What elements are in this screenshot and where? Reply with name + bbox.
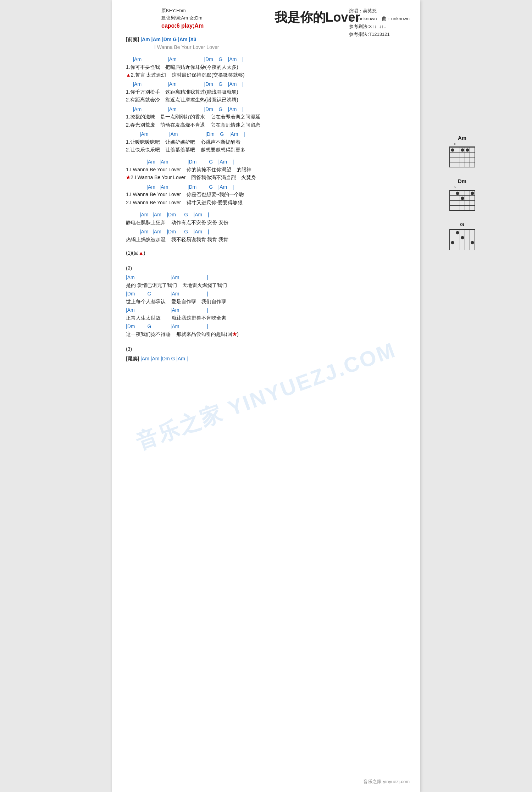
bridge-chord1: |Am |Am |Dm G |Am | [126, 211, 410, 218]
repeat-instruction: (1)(回▲) [126, 249, 410, 257]
dm-label: Dm [458, 178, 466, 184]
verse1-lyric1b: ▲2.誓言 太过迷幻 这时最好保持沉默(交换微笑就够) [126, 71, 410, 79]
am-label: Am [458, 135, 466, 141]
chorus-lyric2a: 1.I Wanna Be Your Lover 你是否也想要~我的一个吻 [126, 190, 410, 198]
verse1-chord1: |Am |Am |Dm G |Am | [126, 56, 410, 63]
dm-diagram: Dm ○ [447, 178, 477, 211]
section2-chord4: |Dm G |Am | [126, 323, 410, 330]
verse1-lyric2b: 2.有距离就会冷 靠近点让摩擦生热(潜意识已沸腾) [126, 96, 410, 104]
chord-diagrams: Am ○ [447, 135, 477, 250]
outro-chords: |Am |Am |Dm G |Am | [140, 356, 188, 361]
bridge-block: |Am |Am |Dm G |Am | 静电在肌肤上狂奔 动作有点不安份 安份 … [126, 211, 410, 243]
chorus-block: |Am |Am |Dm G |Am | 1.I Wanna Be Your Lo… [126, 159, 410, 206]
g-diagram: G [447, 221, 477, 250]
bridge-lyric1: 静电在肌肤上狂奔 动作有点不安份 安份 安份 [126, 218, 410, 226]
bridge-lyric2: 热锅上蚂蚁被加温 我不轻易说我肯 我肯 我肯 [126, 236, 410, 243]
fingering-pattern: 参考指法:T1213121 [349, 31, 410, 38]
intro-lyric: I Wanna Be Your Lover Lover [126, 43, 410, 51]
verse1-lyric3b: 2.春光别荒废 萌动在发高烧不肯退 它在意乱情迷之间留恋 [126, 121, 410, 129]
header-left: 原KEY:Ebm 建议男调:Am 女:Dm capo:6 play;Am [126, 7, 204, 29]
verse1-lyric2a: 1.你千万别松手 这距离精准我算过(能浅嘚吸就够) [126, 88, 410, 96]
section3-block: (3) [尾奏] |Am |Am |Dm G |Am | [126, 345, 410, 362]
section2-lyric4: 这一夜我们捻不得睡 那就来品尝勾引的趣味(回★) [126, 330, 410, 338]
verse1-lyric3a: 1.撩拨的滋味 是一点刚刚好的香水 它在若即若离之间漫延 [126, 113, 410, 121]
verse1-lyric4a: 1.让暖昧暖昧吧 让嫉妒嫉妒吧 心跳声不断提醒着 [126, 138, 410, 146]
section2-label: (2) [126, 264, 410, 272]
chorus-chord1: |Am |Am |Dm G |Am | [126, 159, 410, 166]
verse1-lyric1a: 1.你可不要怪我 把嘴唇贴近你耳朵(今夜的人太多) [126, 63, 410, 71]
verse1-chord4: |Am |Am |Dm G |Am | [126, 131, 410, 138]
section2-lyric2: 世上每个人都承认 爱是自作孽 我们自作孽 [126, 298, 410, 305]
am-diagram: Am ○ [447, 135, 477, 167]
verse1-lyric4b: 2.让快乐快乐吧 让羡慕羡慕吧 越想要越想得到更多 [126, 146, 410, 154]
original-key: 原KEY:Ebm [161, 8, 186, 13]
strumming-pattern: 参考刷法:X↑↓_↓↑↓ [349, 23, 410, 31]
suggested-key: 建议男调:Am 女:Dm [161, 15, 203, 21]
song-title: 我是你的Lover [275, 9, 360, 26]
bridge-chord2: |Am |Am |Dm G |Am | [126, 228, 410, 236]
chorus-lyric1b: ★2.I Wanna Be Your Lover 回答我你渴不渴当烈 火焚身 [126, 173, 410, 181]
section2-chord1: |Am |Am | [126, 274, 410, 281]
g-label: G [460, 221, 464, 227]
key-info: 原KEY:Ebm 建议男调:Am 女:Dm [126, 7, 204, 22]
song-body: [前奏] |Am |Am |Dm G |Am |X3 I Wanna Be Yo… [126, 36, 410, 363]
verse1-block: |Am |Am |Dm G |Am | 1.你可不要怪我 把嘴唇贴近你耳朵(今夜… [126, 56, 410, 154]
song-page: 原KEY:Ebm 建议男调:Am 女:Dm capo:6 play;Am 我是你… [112, 0, 420, 792]
verse1-chord3: |Am |Am |Dm G |Am | [126, 106, 410, 113]
intro-chords: |Am |Am |Dm G |Am |X3 [140, 37, 196, 42]
capo-info: capo:6 play;Am [126, 23, 204, 29]
section2-chord3: |Am |Am | [126, 307, 410, 314]
header: 原KEY:Ebm 建议男调:Am 女:Dm capo:6 play;Am 我是你… [126, 7, 410, 29]
singer: 演唱：吴莫愁 [349, 7, 410, 15]
chorus-lyric1a: 1.I Wanna Be Your Lover 你的笑掩不住你渴望 的眼神 [126, 166, 410, 173]
bottom-logo: 音乐之家 yinyuezj.com [363, 779, 410, 785]
section3-label: (3) [126, 345, 410, 353]
section2-lyric1: 是的 爱情已诅咒了我们 天地雷火燃烧了我们 [126, 281, 410, 289]
chorus-lyric2b: 2.I Wanna Be Your Lover 得寸又进尺你-爱要得够狠 [126, 199, 410, 206]
verse1-chord2: |Am |Am |Dm G |Am | [126, 81, 410, 88]
section2-chord2: |Dm G |Am | [126, 290, 410, 298]
outro-line: [尾奏] |Am |Am |Dm G |Am | [126, 355, 410, 362]
section2-block: (2) |Am |Am | 是的 爱情已诅咒了我们 天地雷火燃烧了我们 |Dm … [126, 264, 410, 338]
section2-lyric3: 正常人生太世故 就让我这野兽不肯吃全素 [126, 314, 410, 322]
repeat-block: (1)(回▲) [126, 249, 410, 257]
right-info: 演唱：吴莫愁 词：unknown 曲：unknown 参考刷法:X↑↓_↓↑↓ … [349, 7, 410, 38]
lyrics-credit: 词：unknown 曲：unknown [349, 15, 410, 23]
chorus-chord2: |Am |Am |Dm G |Am | [126, 184, 410, 191]
